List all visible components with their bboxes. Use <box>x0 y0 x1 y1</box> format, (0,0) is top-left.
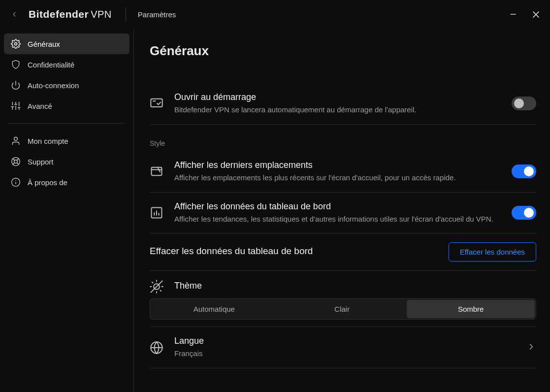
dashboard-icon <box>150 206 163 220</box>
sidebar-item-label: Auto-connexion <box>28 81 79 90</box>
sliders-icon <box>11 101 21 111</box>
setting-desc: Afficher les tendances, les statistiques… <box>174 214 501 225</box>
page-title: Généraux <box>150 43 536 59</box>
svg-line-34 <box>160 291 161 292</box>
location-card-icon <box>150 164 163 178</box>
setting-title: Langue <box>174 336 516 346</box>
sidebar-item-label: Support <box>28 158 54 166</box>
shield-icon <box>11 60 21 69</box>
setting-row-startup: Ouvrir au démarrage Bitdefender VPN se l… <box>150 83 536 125</box>
dashboard-data-toggle[interactable] <box>512 206 536 220</box>
power-icon <box>11 80 21 90</box>
setting-row-language[interactable]: Langue Français <box>150 327 536 368</box>
startup-icon <box>150 97 163 110</box>
svg-line-19 <box>17 159 19 161</box>
brand-sub: VPN <box>91 9 112 20</box>
sidebar-item-autoconnect[interactable]: Auto-connexion <box>4 75 129 96</box>
minimize-button[interactable] <box>505 7 521 21</box>
setting-desc: Bitdefender VPN se lancera automatiqueme… <box>174 104 501 115</box>
svg-line-20 <box>13 163 15 164</box>
recent-locations-toggle[interactable] <box>512 164 536 178</box>
breadcrumb: Paramètres <box>138 10 176 19</box>
divider <box>126 7 126 21</box>
sidebar: Généraux Confidentialité Auto-connexion … <box>0 29 134 392</box>
back-button[interactable] <box>9 9 20 20</box>
sidebar-item-label: Mon compte <box>28 137 68 145</box>
startup-toggle[interactable] <box>512 97 536 110</box>
setting-row-recent-locations: Afficher les derniers emplacements Affic… <box>150 151 536 193</box>
sidebar-item-label: Confidentialité <box>28 61 74 69</box>
sidebar-separator <box>8 123 126 124</box>
theme-option-auto[interactable]: Automatique <box>150 299 278 319</box>
theme-option-light[interactable]: Clair <box>278 299 406 319</box>
globe-icon <box>150 341 163 355</box>
setting-title: Afficher les données du tableau de bord <box>174 201 501 212</box>
sidebar-item-label: Avancé <box>28 102 52 110</box>
setting-title: Effacer les données du tableau de bord <box>150 246 438 257</box>
setting-desc: Afficher les emplacements les plus récen… <box>174 172 501 183</box>
gear-icon <box>11 39 21 49</box>
sidebar-item-support[interactable]: Support <box>4 151 129 172</box>
theme-option-dark[interactable]: Sombre <box>407 300 535 318</box>
sidebar-item-about[interactable]: À propos de <box>4 172 129 193</box>
svg-line-18 <box>17 163 19 164</box>
sidebar-item-general[interactable]: Généraux <box>4 33 129 54</box>
svg-line-33 <box>152 282 153 283</box>
svg-point-14 <box>14 137 18 141</box>
brand-name: Bitdefender <box>29 8 89 20</box>
sidebar-item-privacy[interactable]: Confidentialité <box>4 54 129 75</box>
sidebar-item-account[interactable]: Mon compte <box>4 131 129 151</box>
setting-row-erase-data: Effacer les données du tableau de bord E… <box>150 233 536 271</box>
svg-point-3 <box>15 43 17 45</box>
app-brand: Bitdefender VPN <box>29 8 112 20</box>
setting-value: Français <box>174 348 516 359</box>
sidebar-item-label: À propos de <box>28 178 67 187</box>
svg-line-17 <box>13 159 15 161</box>
info-icon <box>11 177 21 187</box>
chevron-right-icon <box>526 342 536 353</box>
user-icon <box>11 136 21 146</box>
setting-row-dashboard-data: Afficher les données du tableau de bord … <box>150 193 536 234</box>
theme-segmented-control: Automatique Clair Sombre <box>150 298 536 320</box>
close-button[interactable] <box>527 7 544 21</box>
titlebar: Bitdefender VPN Paramètres <box>0 0 550 29</box>
section-label-style: Style <box>150 139 536 147</box>
sidebar-item-advanced[interactable]: Avancé <box>4 96 129 116</box>
setting-title: Thème <box>174 281 536 291</box>
erase-data-button[interactable]: Effacer les données <box>449 242 536 261</box>
theme-icon <box>150 280 163 294</box>
window-controls <box>505 7 544 21</box>
sidebar-item-label: Généraux <box>28 40 60 48</box>
setting-title: Ouvrir au démarrage <box>174 92 501 102</box>
setting-row-theme: Thème <box>150 271 536 297</box>
main-panel: Généraux Ouvrir au démarrage Bitdefender… <box>134 29 550 392</box>
lifebuoy-icon <box>11 157 21 166</box>
setting-title: Afficher les derniers emplacements <box>174 160 501 170</box>
